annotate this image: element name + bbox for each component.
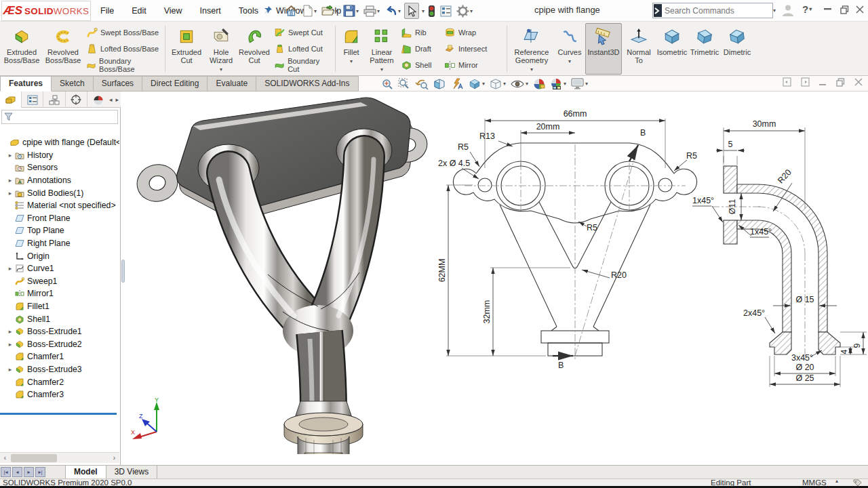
menu-edit[interactable]: Edit <box>132 6 146 16</box>
display-style-button[interactable]: ▾ <box>490 78 506 90</box>
dim-3x45[interactable]: 3x45° <box>791 353 813 363</box>
doc-close-icon[interactable] <box>854 78 863 86</box>
tree-root[interactable]: cpipe with flange (Default<<De <box>0 136 119 149</box>
dim-r13[interactable]: R13 <box>479 131 495 141</box>
tree-item-right-plane[interactable]: Right Plane <box>0 237 119 250</box>
tab-sketch[interactable]: Sketch <box>52 76 94 92</box>
normal-to-button[interactable]: Normal To <box>622 23 656 75</box>
panel-tab-scroll-left[interactable]: ◂ <box>109 96 113 103</box>
tree-item-curve1[interactable]: ▸Curve1 <box>0 262 119 275</box>
curves-caret[interactable]: ▾ <box>568 58 571 66</box>
tree-item-boss-extrude3[interactable]: ▸Boss-Extrude3 <box>0 363 119 376</box>
boundary-boss-button[interactable]: Boundary Boss/Base <box>84 58 163 73</box>
select-caret[interactable]: ▾ <box>422 8 425 14</box>
mirror-button[interactable]: Mirror <box>442 58 505 73</box>
settings-gear-button[interactable]: ▾ <box>455 3 474 19</box>
rib-button[interactable]: Rib <box>399 25 442 40</box>
dynamic-annotation-button[interactable] <box>450 78 464 90</box>
print-button[interactable]: ▾ <box>362 3 381 19</box>
tree-item-sweep1[interactable]: Sweep1 <box>0 275 119 288</box>
doc-restore-icon[interactable] <box>836 78 845 87</box>
pane-right-icon[interactable] <box>801 77 810 87</box>
lofted-boss-button[interactable]: Lofted Boss/Base <box>84 41 163 56</box>
dim-holes[interactable]: 2x Ø 4.5 <box>438 159 470 168</box>
display-style-caret[interactable]: ▾ <box>503 81 506 87</box>
revolved-boss-button[interactable]: Revolved Boss/Base <box>42 23 84 75</box>
scrollbar-thumb[interactable] <box>11 454 57 462</box>
linear-pattern-caret[interactable]: ▾ <box>380 66 383 74</box>
search-commands-box[interactable]: ▾ <box>652 3 773 18</box>
save-button[interactable]: ▾ <box>342 3 360 19</box>
expand-arrow-icon[interactable]: ▸ <box>5 177 15 184</box>
apply-scene-button[interactable]: ▾ <box>550 78 566 90</box>
undo-caret[interactable]: ▾ <box>398 8 401 14</box>
dim-2x45[interactable]: 2x45° <box>743 308 765 318</box>
menu-tools[interactable]: Tools <box>239 6 258 16</box>
reference-geometry-caret[interactable]: ▾ <box>530 66 533 74</box>
dim-66mm[interactable]: 66mm <box>564 109 587 119</box>
tree-filter[interactable] <box>1 110 118 124</box>
dim-5[interactable]: 5 <box>728 140 733 149</box>
expand-arrow-icon[interactable]: ▸ <box>5 152 15 159</box>
tree-item-annotations[interactable]: ▸AAnnotations <box>0 174 119 187</box>
view-orientation-caret[interactable]: ▾ <box>482 81 485 87</box>
new-document-button[interactable]: ▾ <box>301 3 318 19</box>
tab-model[interactable]: Model <box>65 466 106 479</box>
panel-tab-scroll-right[interactable]: ▸ <box>115 96 119 103</box>
lofted-cut-button[interactable]: Lofted Cut <box>272 41 333 56</box>
dimxpertmanager-tab[interactable] <box>66 92 87 108</box>
pin-menu-icon[interactable] <box>263 5 274 16</box>
panel-splitter-handle[interactable] <box>121 260 125 283</box>
expand-arrow-icon[interactable]: ▸ <box>5 341 15 348</box>
tab-surfaces[interactable]: Surfaces <box>94 76 142 92</box>
tab-nav-first[interactable]: |◂ <box>1 467 11 477</box>
reference-geometry-button[interactable]: Reference Geometry ▾ <box>509 23 554 75</box>
dim-20mm[interactable]: 20mm <box>536 122 560 131</box>
tree-item-solid-bodies[interactable]: ▸Solid Bodies(1) <box>0 186 119 199</box>
tree-item-mirror1[interactable]: Mirror1 <box>0 287 119 300</box>
status-units[interactable]: MMGS <box>802 479 827 487</box>
shell-button[interactable]: Shell <box>399 58 442 73</box>
tab-3d-views[interactable]: 3D Views <box>106 466 157 479</box>
view-settings-caret[interactable]: ▾ <box>585 81 588 87</box>
curves-button[interactable]: Curves ▾ <box>554 23 585 75</box>
tree-item-top-plane[interactable]: Top Plane <box>0 224 119 237</box>
featuremanager-tab[interactable] <box>0 92 22 108</box>
menu-view[interactable]: View <box>164 6 182 16</box>
open-caret[interactable]: ▾ <box>336 8 338 14</box>
tree-item-sensors[interactable]: Sensors <box>0 161 119 174</box>
doc-minimize-icon[interactable] <box>819 79 827 85</box>
select-button[interactable] <box>404 3 419 19</box>
restore-button[interactable] <box>840 5 849 14</box>
section-label-b-bottom[interactable]: B <box>558 361 564 370</box>
search-commands-input[interactable] <box>662 6 772 16</box>
help-caret[interactable]: ▾ <box>809 6 812 12</box>
apply-scene-caret[interactable]: ▾ <box>564 81 566 87</box>
options-list-button[interactable] <box>439 3 453 19</box>
swept-cut-button[interactable]: Swept Cut <box>272 25 333 40</box>
section-view-button[interactable] <box>433 78 446 90</box>
expand-arrow-icon[interactable]: ▸ <box>5 328 15 335</box>
save-caret[interactable]: ▾ <box>356 8 359 14</box>
zoom-to-fit-button[interactable] <box>381 78 393 90</box>
tree-item-boss-extrude2[interactable]: ▸Boss-Extrude2 <box>0 338 119 351</box>
extruded-boss-button[interactable]: Extruded Boss/Base <box>1 23 42 75</box>
panel-horizontal-scrollbar[interactable]: ‹ › <box>0 452 119 463</box>
view-settings-button[interactable]: ▾ <box>571 78 588 89</box>
graphics-area[interactable]: 66mm 20mm R13 R5 2x Ø 4.5 R5 R5 R20 62MM… <box>121 92 868 465</box>
tab-nav-last[interactable]: ▸| <box>35 467 45 477</box>
tree-item-front-plane[interactable]: Front Plane <box>0 212 119 225</box>
displaymanager-tab[interactable] <box>87 92 109 108</box>
draft-button[interactable]: Draft <box>399 41 442 56</box>
fillet-button[interactable]: Fillet ▾ <box>338 23 365 75</box>
tab-direct-editing[interactable]: Direct Editing <box>142 76 208 92</box>
expand-arrow-icon[interactable]: ▸ <box>5 265 15 272</box>
dim-62mm[interactable]: 62MM <box>437 259 447 283</box>
tree-item-fillet1[interactable]: Fillet1 <box>0 300 119 313</box>
edit-appearance-button[interactable] <box>533 78 545 90</box>
search-caret[interactable]: ▾ <box>773 7 776 14</box>
dim-r5-left[interactable]: R5 <box>458 142 469 152</box>
previous-view-button[interactable] <box>415 78 429 90</box>
tree-item-material[interactable]: Material <not specified> <box>0 199 119 212</box>
tree-filter-input[interactable] <box>16 113 117 121</box>
